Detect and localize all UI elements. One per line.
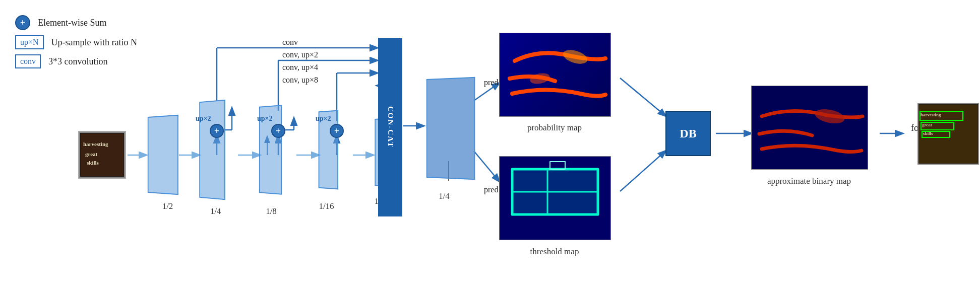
diagram-container: + Element-wise Sum up×N Up-sample with r… [0,0,980,292]
legend-conv: conv 3*3 convolution [15,54,137,68]
threshold-map-canvas [499,156,611,240]
legend-conv-text: 3*3 convolution [48,56,108,67]
input-image [78,131,126,179]
prob-map-label: probability map [499,123,610,133]
up-label-3: up×2 [316,115,331,123]
legend-upsample: up×N Up-sample with ratio N [15,35,137,49]
svg-line-25 [620,151,665,191]
binary-map-canvas [751,86,868,170]
pred-label-1: pred [484,78,498,87]
legend-plus-icon: + [15,15,30,30]
label-sixteenth: 1/16 [313,201,340,211]
arrow-conv1: conv [282,38,298,47]
svg-line-22 [474,151,499,181]
label-eighth: 1/8 [259,206,283,216]
final-image-canvas [917,103,979,165]
arrow-conv4: conv, up×8 [282,76,318,85]
legend-element-wise-text: Element-wise Sum [38,18,106,28]
label-half: 1/2 [151,201,184,211]
legend: + Element-wise Sum up×N Up-sample with r… [15,15,137,74]
pred-label-2: pred [484,185,498,194]
plus-circle-1: + [210,124,224,138]
label-quarter: 1/4 [202,206,229,216]
up-label-2: up×2 [257,115,273,123]
binary-map-label: approximate binary map [751,176,867,186]
arrow-conv3: conv, up×4 [282,63,318,72]
concat-label: CON-CAT [386,106,395,148]
input-canvas [79,131,126,178]
arrow-conv2: conv, up×2 [282,50,318,59]
legend-upsample-box: up×N [15,35,44,49]
plane-half [148,115,178,195]
concat-box: CON-CAT [378,38,402,216]
legend-element-wise-sum: + Element-wise Sum [15,15,137,30]
threshold-map-label: threshold map [499,247,610,257]
legend-upsample-text: Up-sample with ratio N [51,37,137,48]
plus-circle-2: + [271,124,285,138]
fraction-14-label: 1/4 [439,191,450,201]
legend-conv-box: conv [15,54,41,68]
plus-circle-3: + [330,124,344,138]
svg-line-24 [620,78,665,116]
db-label: DB [680,127,696,140]
db-box: DB [665,111,711,156]
feature-map [426,77,475,180]
probability-map-canvas [499,33,611,117]
up-label-1: up×2 [196,115,211,123]
